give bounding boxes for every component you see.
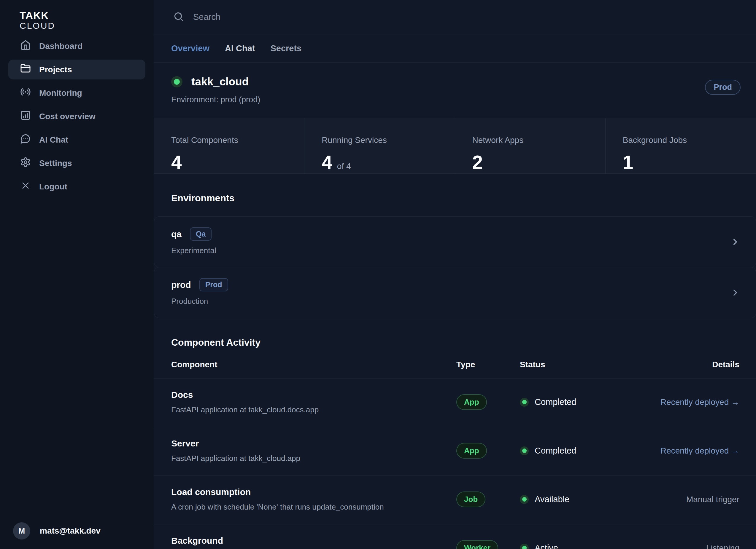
signal-icon <box>20 87 31 99</box>
sidebar-item-label: Cost overview <box>39 112 96 121</box>
stats-row: Total Components 4 Running Services 4 of… <box>154 118 756 174</box>
user-email: mats@takk.dev <box>40 526 101 536</box>
type-cell: App <box>456 394 520 410</box>
chevron-right-icon <box>730 237 740 247</box>
sidebar-item-label: Projects <box>39 65 72 74</box>
search-input[interactable] <box>193 12 401 22</box>
environments-list: qa Qa Experimental prod Prod Production <box>154 217 756 318</box>
sidebar-item-projects[interactable]: Projects <box>8 60 145 79</box>
gear-icon <box>20 157 31 170</box>
project-env-badge: Prod <box>705 80 741 95</box>
bar-chart-icon <box>20 110 31 123</box>
environment-name: qa <box>171 229 182 239</box>
chevron-right-icon <box>730 287 740 297</box>
details-cell: Manual trigger <box>643 495 739 504</box>
sidebar-item-ai-chat[interactable]: AI Chat <box>8 130 145 150</box>
tab-ai-chat[interactable]: AI Chat <box>225 44 255 53</box>
details-cell: Listening <box>643 543 739 549</box>
table-header: Component Type Status Details <box>154 360 756 378</box>
stat-value: 1 <box>623 152 633 174</box>
environment-row-prod[interactable]: prod Prod Production <box>154 267 756 318</box>
status-dot-icon <box>520 544 529 549</box>
type-cell: Worker <box>456 540 520 549</box>
details-text: Manual trigger <box>686 495 739 504</box>
stat-network-apps: Network Apps 2 <box>455 118 606 174</box>
environment-description: Experimental <box>171 246 720 255</box>
column-header-component: Component <box>171 360 456 369</box>
sidebar-item-logout[interactable]: Logout <box>8 177 145 197</box>
sidebar-item-monitoring[interactable]: Monitoring <box>8 83 145 103</box>
sidebar-item-label: Dashboard <box>39 42 82 51</box>
type-badge: Worker <box>456 540 498 549</box>
table-row-load-consumption: Load consumption A cron job with schedul… <box>154 475 756 524</box>
environment-description: Production <box>171 297 720 306</box>
component-description: A cron job with schedule 'None' that run… <box>171 502 456 512</box>
main-content: Overview AI Chat Secrets takk_cloud Envi… <box>154 0 756 549</box>
project-status-dot-icon <box>171 76 182 88</box>
status-cell: Active <box>520 543 643 549</box>
status-text: Active <box>535 543 558 549</box>
tab-overview[interactable]: Overview <box>171 44 209 53</box>
tab-secrets[interactable]: Secrets <box>270 44 301 53</box>
details-link[interactable]: Recently deployed → <box>660 397 739 407</box>
sidebar-item-label: Settings <box>39 159 72 168</box>
environment-row-qa[interactable]: qa Qa Experimental <box>154 217 756 268</box>
table-row-background: Background Queue worker (SQS) Worker Act… <box>154 524 756 549</box>
app-root: TAKK CLOUD Dashboard Projects Monitor <box>0 0 756 549</box>
details-link[interactable]: Recently deployed → <box>660 446 739 455</box>
home-icon <box>20 40 31 53</box>
status-text: Completed <box>535 446 576 456</box>
component-cell: Background Queue worker (SQS) <box>171 536 456 549</box>
sidebar-item-label: AI Chat <box>39 135 68 145</box>
component-name: Background <box>171 536 456 546</box>
type-cell: Job <box>456 491 520 507</box>
avatar: M <box>13 522 30 540</box>
table-row-docs: Docs FastAPI application at takk_cloud.d… <box>154 378 756 427</box>
user-profile[interactable]: M mats@takk.dev <box>0 522 154 549</box>
stat-value: 4 <box>171 152 182 174</box>
project-environment-line: Environment: prod (prod) <box>171 95 260 104</box>
status-dot-icon <box>520 495 529 504</box>
column-header-type: Type <box>456 360 520 369</box>
component-activity-title: Component Activity <box>171 337 756 348</box>
status-cell: Available <box>520 494 643 504</box>
status-dot-icon <box>520 398 529 407</box>
stat-background-jobs: Background Jobs 1 <box>606 118 756 174</box>
brand-line1: TAKK <box>20 10 154 21</box>
stat-label: Background Jobs <box>623 136 756 145</box>
component-name: Docs <box>171 390 456 400</box>
status-cell: Completed <box>520 446 643 456</box>
details-cell: Recently deployed → <box>643 446 739 456</box>
environment-badge: Qa <box>190 228 212 241</box>
chat-bubble-icon <box>20 133 31 146</box>
brand-logo: TAKK CLOUD <box>0 0 154 30</box>
environments-title: Environments <box>171 193 756 204</box>
status-text: Available <box>535 494 569 504</box>
sidebar-item-settings[interactable]: Settings <box>8 153 145 173</box>
status-dot-icon <box>520 446 529 455</box>
status-text: Completed <box>535 397 576 407</box>
type-badge: App <box>456 443 487 459</box>
tabs-bar: Overview AI Chat Secrets <box>154 34 756 63</box>
brand-line2: CLOUD <box>20 21 154 31</box>
sidebar-item-dashboard[interactable]: Dashboard <box>8 36 145 56</box>
folder-icon <box>20 63 31 76</box>
stat-value: 4 <box>322 152 332 174</box>
column-header-details: Details <box>643 360 739 369</box>
component-cell: Load consumption A cron job with schedul… <box>171 487 456 512</box>
sidebar-nav: Dashboard Projects Monitoring Cost overv… <box>0 36 154 197</box>
component-description: FastAPI application at takk_cloud.docs.a… <box>171 405 456 414</box>
sidebar-item-cost-overview[interactable]: Cost overview <box>8 106 145 126</box>
type-badge: App <box>456 394 487 410</box>
x-icon <box>20 180 31 193</box>
stat-total-components: Total Components 4 <box>154 118 304 174</box>
environment-badge: Prod <box>199 278 228 291</box>
column-header-status: Status <box>520 360 643 369</box>
component-cell: Server FastAPI application at takk_cloud… <box>171 438 456 463</box>
project-header-left: takk_cloud Environment: prod (prod) <box>171 76 260 104</box>
component-name: Server <box>171 438 456 448</box>
status-cell: Completed <box>520 397 643 407</box>
sidebar: TAKK CLOUD Dashboard Projects Monitor <box>0 0 154 549</box>
stat-running-services: Running Services 4 of 4 <box>304 118 455 174</box>
search-icon <box>173 11 184 23</box>
